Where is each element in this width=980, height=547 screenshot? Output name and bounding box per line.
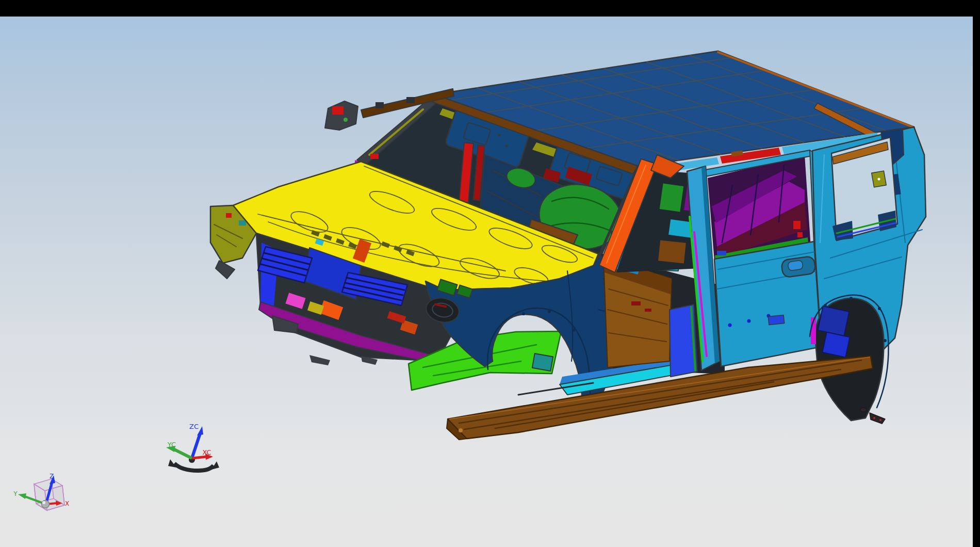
sill-inner-blue[interactable] [669, 304, 697, 377]
rear-wheelhouse [818, 306, 850, 336]
quarter-window[interactable] [831, 137, 897, 240]
datum-x-label: X [65, 500, 69, 507]
rear-door[interactable] [703, 150, 823, 366]
wcs-z-label: ZC [189, 423, 199, 430]
model-scene: ZC YC XC Z Y [0, 0, 980, 547]
wcs-z-axis[interactable]: ZC [189, 423, 203, 458]
datum-z-label: Z [50, 473, 54, 480]
wcs-x-label: XC [202, 448, 211, 456]
wcs-y-axis[interactable]: YC [166, 441, 192, 458]
datum-origin-sphere[interactable] [42, 501, 50, 508]
mirror-bracket[interactable] [325, 101, 358, 130]
top-black-bar [0, 0, 980, 17]
datum-csys[interactable]: Z Y X [13, 473, 69, 510]
wcs-y-label: YC [167, 441, 176, 448]
cad-3d-viewport[interactable]: ZC YC XC Z Y [0, 0, 980, 547]
right-black-bar [973, 0, 980, 547]
datum-y-label: Y [13, 490, 18, 497]
quarter-window-bracket [872, 171, 886, 187]
car-body-model[interactable] [210, 51, 926, 440]
wcs-triad[interactable]: ZC YC XC [166, 423, 219, 471]
